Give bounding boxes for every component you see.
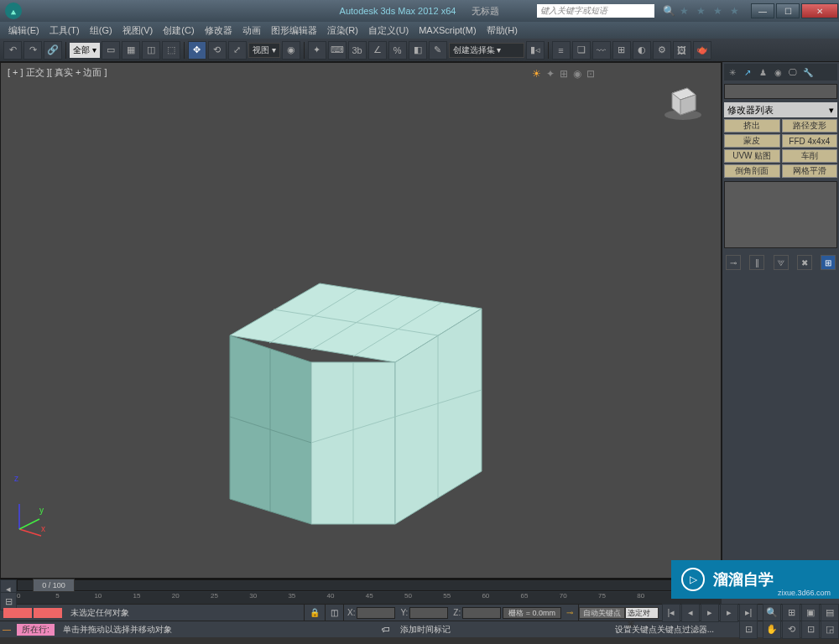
remove-modifier-icon[interactable]: ✖ [797, 255, 812, 270]
select-object-icon[interactable]: ▭ [102, 41, 120, 60]
curve-editor-icon[interactable]: 〰 [592, 41, 611, 60]
maximize-viewport-icon[interactable]: ⊡ [801, 621, 820, 639]
orbit-icon[interactable]: ⟲ [782, 621, 800, 639]
script-listener-icon[interactable]: — [0, 625, 13, 634]
spinner-snap-icon[interactable]: ◧ [409, 41, 427, 60]
time-slider[interactable]: 0 / 100 [17, 579, 722, 591]
tool-icon[interactable]: ◉ [573, 68, 581, 80]
auto-key-button[interactable]: 自动关键点 [579, 607, 625, 619]
layers-icon[interactable]: ❏ [572, 41, 591, 60]
track-bar[interactable]: 0 5 10 15 20 25 30 35 40 45 50 55 60 65 … [17, 592, 722, 604]
undo-icon[interactable]: ↶ [3, 41, 22, 60]
manipulate-icon[interactable]: ✦ [308, 41, 326, 60]
prev-frame-icon[interactable]: ◂ [681, 604, 700, 622]
viewport[interactable]: [ + ] 正交 ][ 真实 + 边面 ] ☀ ✦ ⊞ ◉ ⊡ [0, 62, 722, 579]
window-crossing-icon[interactable]: ⬚ [162, 41, 180, 60]
star-icon[interactable]: ★ [713, 5, 725, 17]
keyboard-shortcut-icon[interactable]: ⌨ [328, 41, 347, 60]
viewcube-icon[interactable] [662, 80, 704, 122]
menu-edit[interactable]: 编辑(E) [3, 24, 44, 37]
percent-snap-icon[interactable]: % [388, 41, 407, 60]
scale-icon[interactable]: ⤢ [228, 41, 247, 60]
menu-maxscript[interactable]: MAXScript(M) [414, 25, 481, 35]
search-icon[interactable]: 🔍 [663, 5, 675, 17]
zoom-icon[interactable]: 🔍 [763, 604, 781, 622]
display-tab-icon[interactable]: 🖵 [786, 65, 800, 79]
object-name-field[interactable] [724, 84, 837, 99]
hierarchy-tab-icon[interactable]: ♟ [756, 65, 769, 79]
menu-customize[interactable]: 自定义(U) [363, 24, 414, 37]
set-key-button[interactable]: 设置关键点 [615, 624, 657, 636]
motion-tab-icon[interactable]: ◉ [771, 65, 784, 79]
menu-help[interactable]: 帮助(H) [482, 24, 523, 37]
modifier-button[interactable]: UVW 贴图 [724, 149, 780, 163]
selection-filter-dropdown[interactable]: 全部 ▾ [70, 43, 100, 58]
minimize-button[interactable]: — [751, 3, 774, 18]
modifier-button[interactable]: 倒角剖面 [724, 164, 780, 178]
goto-end-icon[interactable]: ▸| [739, 604, 758, 622]
goto-start-icon[interactable]: |◂ [662, 604, 680, 622]
snap-toggle-icon[interactable]: 3b [348, 41, 367, 60]
add-time-tag[interactable]: 添加时间标记 [395, 624, 456, 636]
scene-object-cube[interactable] [202, 231, 487, 516]
render-frame-icon[interactable]: 🖼 [673, 41, 691, 60]
select-region-icon[interactable]: ◫ [142, 41, 160, 60]
move-icon[interactable]: ✥ [188, 41, 206, 60]
use-pivot-icon[interactable]: ◉ [282, 41, 300, 60]
named-selection-set-dropdown[interactable]: 创建选择集 ▾ [449, 43, 524, 58]
tool-icon[interactable]: ⊡ [586, 68, 595, 80]
zoom-extents-icon[interactable]: ▣ [801, 604, 820, 622]
viewcube[interactable] [662, 80, 704, 122]
angle-snap-icon[interactable]: ∠ [368, 41, 387, 60]
make-unique-icon[interactable]: ⩔ [774, 255, 789, 270]
menu-views[interactable]: 视图(V) [117, 24, 159, 37]
modifier-button[interactable]: 网格平滑 [782, 164, 838, 178]
menu-modifiers[interactable]: 修改器 [200, 24, 237, 37]
help-search-input[interactable]: 键入关键字或短语 [537, 4, 654, 18]
align-icon[interactable]: ≡ [552, 41, 571, 60]
key-filters-button[interactable]: 关键点过滤器... [657, 624, 714, 636]
time-slider-handle[interactable]: 0 / 100 [33, 579, 75, 592]
show-end-result-icon[interactable]: ‖ [749, 255, 764, 270]
pan-icon[interactable]: ✋ [763, 621, 781, 639]
configure-sets-icon[interactable]: ⊞ [821, 255, 836, 270]
isolate-selection-icon[interactable]: ◫ [326, 605, 344, 621]
coord-z-field[interactable] [462, 607, 501, 619]
modifier-list-dropdown[interactable]: 修改器列表▾ [724, 102, 837, 117]
maximize-button[interactable]: ☐ [776, 3, 800, 18]
coord-x-field[interactable] [357, 607, 395, 619]
selection-set-field[interactable]: 选定对象 [625, 607, 659, 619]
time-tag-icon[interactable]: 🏷 [377, 625, 395, 634]
sun-icon[interactable]: ☀ [532, 68, 541, 80]
select-by-name-icon[interactable]: ▦ [122, 41, 140, 60]
edit-named-sel-icon[interactable]: ✎ [429, 41, 447, 60]
play-icon[interactable]: ▸ [701, 604, 719, 622]
viewport-label[interactable]: [ + ] 正交 ][ 真实 + 边面 ] [8, 66, 107, 79]
light-icon[interactable]: ✦ [546, 68, 555, 80]
close-button[interactable]: ✕ [801, 3, 838, 18]
next-frame-icon[interactable]: ▸ [720, 604, 738, 622]
menu-graph-editors[interactable]: 图形编辑器 [266, 24, 322, 37]
material-editor-icon[interactable]: ◐ [633, 41, 651, 60]
redo-icon[interactable]: ↷ [23, 41, 42, 60]
key-icon[interactable]: ⊸ [561, 605, 579, 621]
link-icon[interactable]: 🔗 [44, 41, 62, 60]
schematic-view-icon[interactable]: ⊞ [612, 41, 631, 60]
create-tab-icon[interactable]: ✳ [726, 65, 739, 79]
star-icon[interactable]: ★ [730, 5, 742, 17]
modifier-button[interactable]: 车削 [782, 149, 838, 163]
modifier-button[interactable]: 蒙皮 [724, 134, 780, 148]
rotate-icon[interactable]: ⟲ [208, 41, 227, 60]
menu-rendering[interactable]: 渲染(R) [322, 24, 363, 37]
viewport-nav-icon[interactable]: ◲ [821, 621, 839, 639]
render-icon[interactable]: 🫖 [693, 41, 711, 60]
app-logo-icon[interactable]: ⟁ [5, 3, 22, 19]
zoom-all-icon[interactable]: ⊞ [782, 604, 800, 622]
time-config-icon[interactable]: ⊡ [739, 621, 758, 639]
mirror-icon[interactable]: ▮◃ [526, 41, 545, 60]
star-icon[interactable]: ★ [696, 5, 708, 17]
modifier-button[interactable]: 挤出 [724, 119, 780, 132]
star-icon[interactable]: ★ [680, 5, 691, 17]
modifier-button[interactable]: FFD 4x4x4 [782, 134, 838, 148]
menu-create[interactable]: 创建(C) [158, 24, 199, 37]
